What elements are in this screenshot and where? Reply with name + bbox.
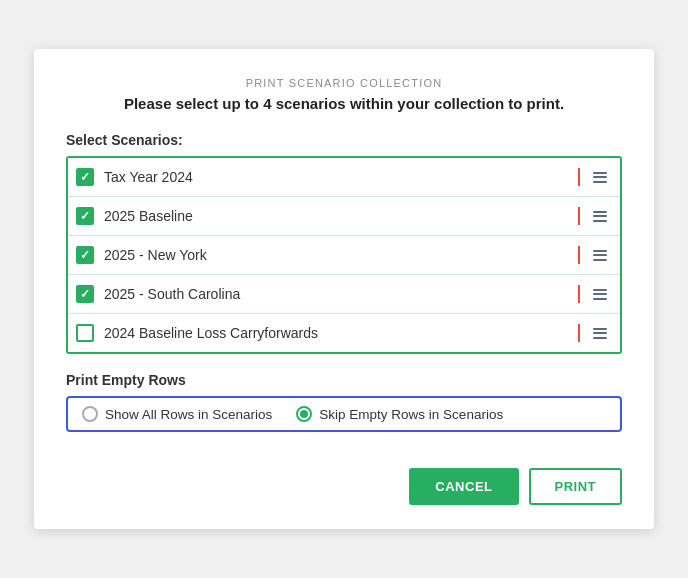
- table-row: 2025 Baseline: [68, 197, 620, 236]
- drag-icon-3: [593, 250, 607, 261]
- scenario-checkbox-3[interactable]: [76, 246, 94, 264]
- table-row: 2025 - New York: [68, 236, 620, 275]
- dialog-footer: CANCEL PRINT: [66, 460, 622, 505]
- drag-icon-1: [593, 172, 607, 183]
- scenarios-section: Select Scenarios: Tax Year 20242025 Base…: [66, 132, 622, 354]
- scenario-name-1: Tax Year 2024: [104, 169, 578, 185]
- scenario-checkbox-2[interactable]: [76, 207, 94, 225]
- radio-skip-empty[interactable]: Skip Empty Rows in Scenarios: [296, 406, 503, 422]
- print-empty-section: Print Empty Rows Show All Rows in Scenar…: [66, 372, 622, 432]
- cancel-button[interactable]: CANCEL: [409, 468, 518, 505]
- drag-handle-1[interactable]: [578, 168, 620, 186]
- radio-circle-show-all: [82, 406, 98, 422]
- dialog-subtitle: PRINT SCENARIO COLLECTION: [66, 77, 622, 89]
- scenario-checkbox-1[interactable]: [76, 168, 94, 186]
- radio-skip-empty-label: Skip Empty Rows in Scenarios: [319, 407, 503, 422]
- drag-handle-2[interactable]: [578, 207, 620, 225]
- table-row: 2025 - South Carolina: [68, 275, 620, 314]
- scenario-name-5: 2024 Baseline Loss Carryforwards: [104, 325, 578, 341]
- drag-handle-5[interactable]: [578, 324, 620, 342]
- radio-show-all-label: Show All Rows in Scenarios: [105, 407, 272, 422]
- scenario-checkbox-5[interactable]: [76, 324, 94, 342]
- dialog-header: PRINT SCENARIO COLLECTION Please select …: [66, 77, 622, 112]
- print-button[interactable]: PRINT: [529, 468, 623, 505]
- scenario-name-3: 2025 - New York: [104, 247, 578, 263]
- scenario-name-2: 2025 Baseline: [104, 208, 578, 224]
- radio-circle-skip-empty: [296, 406, 312, 422]
- drag-icon-4: [593, 289, 607, 300]
- drag-handle-4[interactable]: [578, 285, 620, 303]
- scenarios-list: Tax Year 20242025 Baseline2025 - New Yor…: [66, 156, 622, 354]
- dialog-title: Please select up to 4 scenarios within y…: [66, 95, 622, 112]
- print-scenario-dialog: PRINT SCENARIO COLLECTION Please select …: [34, 49, 654, 529]
- scenario-name-4: 2025 - South Carolina: [104, 286, 578, 302]
- table-row: Tax Year 2024: [68, 158, 620, 197]
- scenarios-label: Select Scenarios:: [66, 132, 622, 148]
- drag-handle-3[interactable]: [578, 246, 620, 264]
- drag-icon-2: [593, 211, 607, 222]
- radio-show-all[interactable]: Show All Rows in Scenarios: [82, 406, 272, 422]
- print-empty-radio-group: Show All Rows in Scenarios Skip Empty Ro…: [66, 396, 622, 432]
- scenario-checkbox-4[interactable]: [76, 285, 94, 303]
- drag-icon-5: [593, 328, 607, 339]
- table-row: 2024 Baseline Loss Carryforwards: [68, 314, 620, 352]
- print-empty-label: Print Empty Rows: [66, 372, 622, 388]
